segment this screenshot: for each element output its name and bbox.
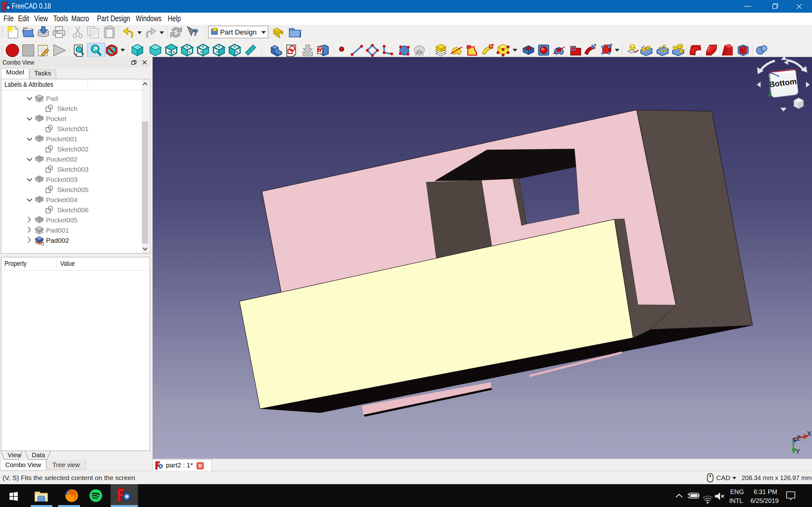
svg-text:Y: Y — [796, 447, 800, 455]
svg-text:Part Design: Part Design — [220, 28, 257, 36]
svg-text:6/25/2019: 6/25/2019 — [751, 497, 779, 504]
svg-text:INTL: INTL — [729, 497, 743, 504]
svg-text:ENG: ENG — [730, 488, 744, 495]
svg-text:Z: Z — [797, 434, 801, 442]
svg-text:X: X — [807, 430, 812, 438]
svg-text:6:31 PM: 6:31 PM — [754, 488, 777, 495]
svg-text:?: ? — [193, 27, 198, 38]
